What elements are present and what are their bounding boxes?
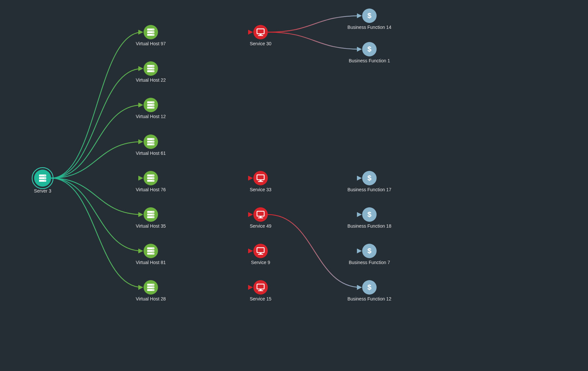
svg-point-36 — [153, 180, 153, 181]
edge — [51, 32, 142, 178]
node-vh12[interactable]: Virtual Host 12 — [136, 98, 166, 119]
edge — [51, 69, 142, 178]
svg-point-48 — [153, 253, 153, 254]
node-label: Virtual Host 97 — [136, 41, 166, 46]
node-s30[interactable]: Service 30 — [250, 25, 271, 46]
edge — [268, 16, 361, 32]
svg-point-20 — [153, 102, 153, 103]
node-label: Virtual Host 22 — [136, 77, 166, 83]
server-icon — [147, 211, 154, 218]
svg-rect-60 — [258, 181, 263, 182]
edge — [51, 178, 142, 251]
server-icon — [147, 175, 154, 182]
node-bf17[interactable]: $Business Function 17 — [347, 171, 391, 192]
svg-text:$: $ — [367, 45, 371, 53]
node-vh97[interactable]: Virtual Host 97 — [136, 25, 166, 46]
svg-point-12 — [153, 34, 153, 35]
server-icon — [39, 175, 46, 182]
node-bf1[interactable]: $Business Function 1 — [349, 42, 390, 63]
server-icon — [147, 284, 154, 291]
node-label: Virtual Host 61 — [136, 151, 166, 156]
svg-point-22 — [153, 105, 153, 105]
svg-point-8 — [153, 29, 153, 30]
node-label: Service 30 — [250, 41, 271, 46]
svg-point-16 — [153, 68, 153, 69]
node-label: Virtual Host 76 — [136, 187, 166, 192]
node-label: Business Function 1 — [349, 58, 390, 63]
server-icon — [147, 29, 154, 36]
node-bf14[interactable]: $Business Function 14 — [347, 9, 391, 30]
node-label: Virtual Host 35 — [136, 223, 166, 229]
node-label: Service 49 — [250, 223, 271, 229]
node-label: Virtual Host 28 — [136, 296, 166, 301]
node-label: Business Function 17 — [347, 187, 391, 192]
svg-rect-65 — [260, 253, 262, 254]
svg-point-14 — [153, 66, 153, 66]
svg-point-10 — [153, 32, 153, 32]
edge — [268, 32, 361, 49]
node-server3[interactable]: Server 3 — [32, 168, 53, 194]
svg-point-24 — [153, 107, 153, 108]
node-circle — [253, 207, 268, 222]
svg-point-42 — [153, 217, 153, 217]
node-bf12[interactable]: $Business Function 12 — [347, 280, 391, 301]
edge — [51, 105, 142, 178]
node-bf7[interactable]: $Business Function 7 — [349, 244, 390, 265]
svg-text:$: $ — [367, 174, 371, 182]
svg-point-6 — [45, 180, 45, 181]
node-label: Service 9 — [251, 260, 270, 265]
svg-text:$: $ — [367, 11, 371, 20]
node-label: Server 3 — [34, 188, 51, 194]
node-label: Virtual Host 81 — [136, 260, 166, 265]
svg-point-26 — [153, 139, 153, 139]
node-s33[interactable]: Service 33 — [250, 171, 271, 192]
node-circle — [253, 244, 268, 258]
svg-text:$: $ — [367, 283, 371, 291]
node-label: Virtual Host 12 — [136, 114, 166, 119]
svg-point-30 — [153, 144, 153, 145]
svg-point-4 — [45, 178, 45, 178]
svg-rect-68 — [260, 289, 262, 290]
node-s49[interactable]: Service 49 — [250, 207, 271, 229]
nodes-layer: Server 3Virtual Host 97Virtual Host 22Vi… — [32, 9, 391, 301]
dollar-icon: $ — [367, 45, 371, 53]
edge — [51, 178, 142, 287]
topology-diagram[interactable]: Server 3Virtual Host 97Virtual Host 22Vi… — [0, 0, 588, 371]
dollar-icon: $ — [367, 210, 371, 218]
svg-point-52 — [153, 287, 153, 288]
node-circle — [253, 171, 268, 185]
dollar-icon: $ — [367, 174, 371, 182]
svg-rect-57 — [258, 35, 263, 36]
server-icon — [147, 138, 154, 145]
node-s15[interactable]: Service 15 — [250, 280, 271, 301]
dollar-icon: $ — [367, 283, 371, 291]
svg-point-54 — [153, 290, 153, 290]
svg-point-2 — [45, 175, 45, 176]
svg-rect-63 — [258, 217, 263, 218]
node-vh76[interactable]: Virtual Host 76 — [136, 171, 166, 192]
node-vh61[interactable]: Virtual Host 61 — [136, 134, 166, 156]
node-label: Service 33 — [250, 187, 271, 192]
dollar-icon: $ — [367, 11, 371, 20]
dollar-icon: $ — [367, 247, 371, 255]
node-label: Business Function 18 — [347, 223, 391, 229]
node-vh28[interactable]: Virtual Host 28 — [136, 280, 166, 301]
node-circle — [253, 280, 268, 295]
node-vh81[interactable]: Virtual Host 81 — [136, 244, 166, 265]
edge — [51, 178, 142, 215]
node-vh22[interactable]: Virtual Host 22 — [136, 61, 166, 83]
server-icon — [147, 247, 154, 255]
svg-text:$: $ — [367, 247, 371, 255]
svg-point-40 — [153, 214, 153, 215]
svg-point-46 — [153, 251, 153, 251]
edges-layer — [51, 16, 361, 287]
node-s9[interactable]: Service 9 — [251, 244, 270, 265]
server-icon — [147, 65, 154, 72]
node-circle — [253, 25, 268, 39]
node-label: Business Function 7 — [349, 260, 390, 265]
svg-point-28 — [153, 141, 153, 142]
node-bf18[interactable]: $Business Function 18 — [347, 207, 391, 229]
node-vh35[interactable]: Virtual Host 35 — [136, 207, 166, 229]
svg-rect-66 — [258, 254, 263, 255]
svg-point-34 — [153, 178, 153, 178]
